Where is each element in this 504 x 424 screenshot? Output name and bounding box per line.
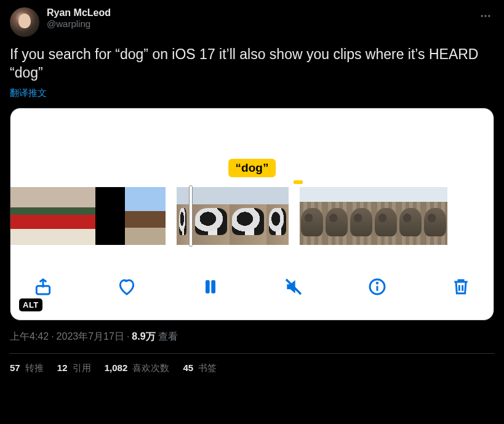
timeline-thumb [349,187,374,245]
tweet-header: Ryan McLeod @warpling [10,7,494,37]
bookmarks-stat[interactable]: 45 书签 [183,362,217,374]
timeline-thumb [95,187,125,245]
media-attachment[interactable]: “dog” [10,108,494,321]
views-label: 查看 [158,330,178,343]
video-toolbar [10,268,494,305]
views-count: 8.9万 [132,330,155,343]
likes-stat[interactable]: 1,082 喜欢次数 [105,362,170,374]
svg-rect-5 [211,280,215,293]
svg-point-9 [377,282,378,284]
more-button[interactable] [477,7,494,25]
timeline-thumb [374,187,398,245]
svg-rect-4 [206,280,210,293]
mute-button[interactable] [281,274,306,300]
timeline-thumb [324,187,349,245]
timeline-thumb [230,187,266,245]
timeline-thumb [66,187,95,245]
timeline-thumb [300,187,324,245]
tweet-stats: 57 转推 12 引用 1,082 喜欢次数 45 书签 [10,362,494,374]
share-button[interactable] [30,274,56,300]
timestamp[interactable]: 上午4:42 [10,330,49,343]
avatar[interactable] [10,7,39,37]
clip-group[interactable] [300,187,447,245]
like-button[interactable] [114,274,140,300]
user-block[interactable]: Ryan McLeod @warpling [47,7,111,29]
svg-point-0 [481,15,483,17]
timeline-thumb [125,187,154,245]
timeline-thumb [398,187,423,245]
trash-button[interactable] [448,274,474,300]
divider [10,353,494,354]
timeline-thumb [10,187,36,245]
timeline-thumb [423,187,447,245]
playhead-marker [294,180,303,184]
date[interactable]: 2023年7月17日 [57,330,124,343]
media-inner: “dog” [10,108,494,320]
timeline-thumb [193,187,230,245]
display-name: Ryan McLeod [47,7,111,18]
timeline-thumb [36,187,66,245]
clip-group[interactable] [177,187,289,245]
quotes-stat[interactable]: 12 引用 [57,362,91,374]
tweet-meta: 上午4:42 · 2023年7月17日 · 8.9万 查看 [10,330,494,343]
svg-point-2 [488,15,490,17]
video-timeline[interactable] [10,187,494,245]
dot: · [127,331,129,342]
timeline-thumb [154,187,166,245]
translate-link[interactable]: 翻译推文 [10,87,47,99]
user-handle: @warpling [47,18,111,29]
search-caption-bubble: “dog” [228,159,276,177]
timeline-thumb [177,187,189,245]
alt-badge[interactable]: ALT [19,298,42,311]
timeline-thumb [266,187,289,245]
svg-point-1 [484,15,486,17]
tweet-text: If you search for “dog” on iOS 17 it’ll … [10,46,494,82]
dot: · [51,331,54,342]
tweet: Ryan McLeod @warpling If you search for … [0,0,504,382]
pause-button[interactable] [198,274,223,300]
retweets-stat[interactable]: 57 转推 [10,362,44,374]
info-button[interactable] [364,274,390,300]
clip-group[interactable] [10,187,166,245]
